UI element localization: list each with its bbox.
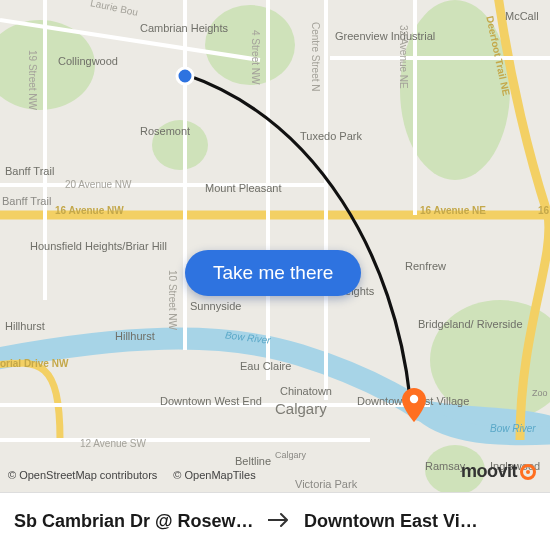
road-12ave: 12 Avenue SW	[80, 438, 146, 449]
svg-point-1	[177, 68, 193, 84]
route-bar[interactable]: Sb Cambrian Dr @ Rosewood … Downtown Eas…	[0, 492, 550, 550]
label-calgary-small: Calgary	[275, 450, 306, 460]
label-greenview: Greenview Industrial	[335, 30, 435, 43]
end-marker	[402, 388, 426, 426]
label-bridgeland: Bridgeland/ Riverside	[418, 318, 523, 331]
label-downtown-west: Downtown West End	[160, 395, 262, 408]
label-ramsay: Ramsay	[425, 460, 465, 473]
label-chinatown: Chinatown	[280, 385, 332, 398]
svg-point-2	[410, 395, 418, 403]
label-sunnyside: Sunnyside	[190, 300, 241, 313]
label-tuxedo: Tuxedo Park	[300, 130, 362, 143]
label-banff-trail: Banff Trail	[5, 165, 54, 178]
label-collingwood: Collingwood	[58, 55, 118, 68]
label-zoo: Zoo	[532, 388, 548, 398]
road-4st: 4 Street NW	[250, 30, 261, 84]
road-16avene: 16 Avenue NE	[420, 205, 486, 216]
label-mount-pleasant: Mount Pleasant	[205, 182, 281, 195]
road-16: 16	[538, 205, 549, 216]
label-beltline: Beltline	[235, 455, 271, 468]
omt-attribution-link[interactable]: © OpenMapTiles	[173, 469, 255, 481]
osm-attribution-link[interactable]: © OpenStreetMap contributors	[8, 469, 157, 481]
label-banff-trail2: Banff Trail	[2, 195, 51, 208]
label-rosemont: Rosemont	[140, 125, 190, 138]
route-to-label: Downtown East Vi…	[304, 511, 478, 532]
road-memorial: orial Drive NW	[0, 358, 68, 369]
label-victoria-park: Victoria Park	[295, 478, 357, 491]
road-20ave: 20 Avenue NW	[65, 179, 132, 190]
arrow-right-icon	[268, 512, 290, 532]
take-me-there-button[interactable]: Take me there	[185, 250, 361, 296]
label-hounsfield: Hounsfield Heights/Briar Hill	[30, 240, 167, 253]
start-marker	[175, 66, 195, 90]
map-attribution: © OpenStreetMap contributors © OpenMapTi…	[8, 469, 256, 481]
road-19st: 19 Street NW	[27, 50, 38, 110]
road-centre: Centre Street N	[310, 22, 321, 91]
road-32ave: 32 Avenue NE	[398, 25, 409, 89]
label-renfrew: Renfrew	[405, 260, 446, 273]
take-me-there-label: Take me there	[213, 262, 333, 283]
label-hillhurst: Hillhurst	[5, 320, 45, 333]
route-from-label: Sb Cambrian Dr @ Rosewood …	[14, 511, 254, 532]
label-eau-claire: Eau Claire	[240, 360, 291, 373]
moovit-logo: moovit	[461, 461, 536, 482]
road-16avenw: 16 Avenue NW	[55, 205, 124, 216]
label-city-calgary: Calgary	[275, 400, 327, 417]
label-mccall: McCall	[505, 10, 539, 23]
river-label-2: Bow River	[490, 423, 536, 434]
moovit-logo-icon	[520, 464, 536, 480]
label-hillhurst2: Hillhurst	[115, 330, 155, 343]
road-10st: 10 Street NW	[167, 270, 178, 330]
label-cambrian-heights: Cambrian Heights	[140, 22, 228, 35]
